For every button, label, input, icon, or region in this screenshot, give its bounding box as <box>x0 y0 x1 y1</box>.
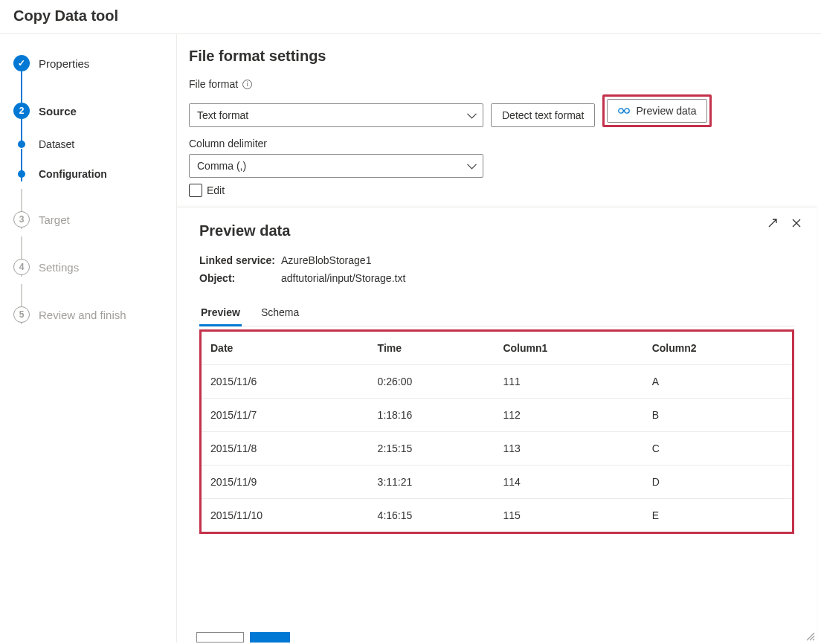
step-number-badge: 3 <box>13 211 30 228</box>
substep-dot-icon <box>18 170 25 178</box>
column-delimiter-label: Column delimiter <box>189 138 267 149</box>
table-cell: 113 <box>494 432 643 466</box>
file-format-value: Text format <box>197 109 248 121</box>
table-cell: D <box>643 466 792 499</box>
step-source[interactable]: 2 Source <box>13 95 176 126</box>
table-cell: 0:26:00 <box>369 365 495 399</box>
tab-preview[interactable]: Preview <box>199 300 242 326</box>
step-label: Target <box>39 213 70 226</box>
linked-service-label: Linked service: <box>199 254 281 266</box>
table-cell: 2015/11/7 <box>202 399 369 432</box>
table-cell: 2:15:15 <box>369 432 495 466</box>
table-header: Time <box>369 332 495 365</box>
table-cell: E <box>643 499 792 532</box>
svg-point-1 <box>625 109 629 113</box>
step-review[interactable]: 5 Review and finish <box>13 299 176 330</box>
close-icon[interactable] <box>791 218 802 231</box>
file-format-select[interactable]: Text format <box>189 103 483 127</box>
table-cell: 115 <box>494 499 643 532</box>
step-label: Properties <box>39 57 89 70</box>
resize-grip-icon[interactable] <box>805 631 815 641</box>
linked-service-value: AzureBlobStorage1 <box>281 254 371 266</box>
table-row: 2015/11/60:26:00111A <box>202 365 792 399</box>
table-cell: 2015/11/10 <box>202 499 369 532</box>
step-label: Dataset <box>39 138 74 150</box>
next-button[interactable] <box>250 632 290 643</box>
table-row: 2015/11/93:11:21114D <box>202 466 792 499</box>
edit-label: Edit <box>207 184 225 196</box>
column-delimiter-value: Comma (,) <box>197 160 246 172</box>
svg-point-0 <box>619 109 623 113</box>
step-label: Settings <box>39 261 79 274</box>
glasses-icon <box>618 106 630 116</box>
tab-schema[interactable]: Schema <box>260 300 300 326</box>
column-delimiter-select[interactable]: Comma (,) <box>189 154 483 178</box>
step-label: Configuration <box>39 168 107 180</box>
table-cell: 2015/11/9 <box>202 466 369 499</box>
wizard-sidebar: ✓ Properties 2 Source Dataset Configurat… <box>0 34 177 643</box>
table-cell: 2015/11/6 <box>202 365 369 399</box>
table-cell: 112 <box>494 399 643 432</box>
step-label: Source <box>39 105 77 117</box>
object-label: Object: <box>199 272 281 284</box>
step-number-badge: 2 <box>13 103 30 119</box>
table-cell: B <box>643 399 792 432</box>
step-number-badge: 4 <box>13 259 30 275</box>
table-header: Date <box>202 332 369 365</box>
expand-icon[interactable] <box>767 218 778 231</box>
table-cell: 1:18:16 <box>369 399 495 432</box>
main-content: File format settings File format i Text … <box>177 34 821 643</box>
table-header: Column1 <box>494 332 643 365</box>
panel-title: Preview data <box>199 222 794 239</box>
check-icon: ✓ <box>13 55 30 71</box>
preview-table-highlight: DateTimeColumn1Column2 2015/11/60:26:001… <box>199 329 794 534</box>
step-properties[interactable]: ✓ Properties <box>13 48 176 79</box>
step-dataset[interactable]: Dataset <box>13 131 176 158</box>
table-cell: A <box>643 365 792 399</box>
info-icon[interactable]: i <box>242 80 252 89</box>
highlight-box: Preview data <box>602 94 712 127</box>
table-cell: 114 <box>494 466 643 499</box>
preview-data-button[interactable]: Preview data <box>607 99 707 123</box>
table-row: 2015/11/82:15:15113C <box>202 432 792 466</box>
section-title: File format settings <box>189 48 800 65</box>
table-header: Column2 <box>643 332 792 365</box>
file-format-label: File format <box>189 78 238 90</box>
preview-panel: Preview data Linked service: AzureBlobSt… <box>177 207 817 643</box>
table-row: 2015/11/71:18:16112B <box>202 399 792 432</box>
table-cell: 111 <box>494 365 643 399</box>
step-label: Review and finish <box>39 309 126 321</box>
table-cell: 3:11:21 <box>369 466 495 499</box>
step-number-badge: 5 <box>13 306 30 323</box>
table-cell: 2015/11/8 <box>202 432 369 466</box>
detect-text-format-button[interactable]: Detect text format <box>491 103 595 127</box>
wizard-nav-buttons <box>196 632 290 643</box>
preview-table: DateTimeColumn1Column2 2015/11/60:26:001… <box>202 332 792 532</box>
table-cell: C <box>643 432 792 466</box>
step-configuration[interactable]: Configuration <box>13 161 176 187</box>
step-settings[interactable]: 4 Settings <box>13 251 176 283</box>
previous-button[interactable] <box>196 632 244 643</box>
object-value: adftutorial/input/Storage.txt <box>281 272 405 284</box>
edit-checkbox[interactable] <box>189 184 202 197</box>
table-cell: 4:16:15 <box>369 499 495 532</box>
table-row: 2015/11/104:16:15115E <box>202 499 792 532</box>
substep-dot-icon <box>18 141 25 148</box>
page-title: Copy Data tool <box>0 0 821 34</box>
step-target[interactable]: 3 Target <box>13 204 176 235</box>
